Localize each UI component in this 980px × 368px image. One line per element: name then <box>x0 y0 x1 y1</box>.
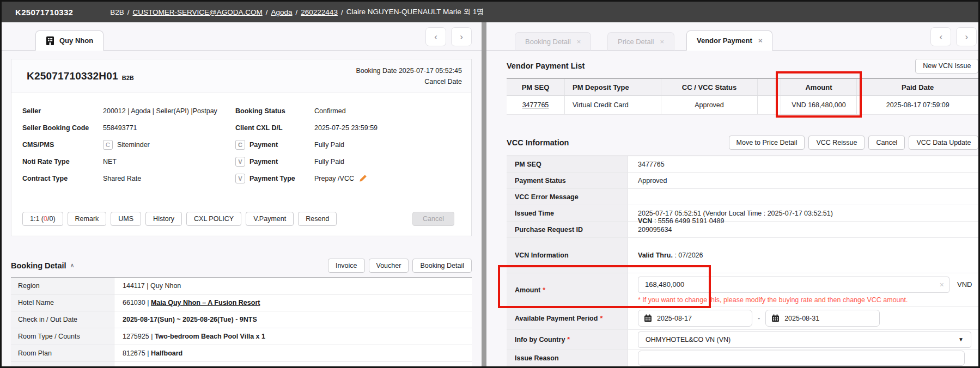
chevron-right-icon: › <box>460 32 463 42</box>
v-tag: V <box>235 157 245 167</box>
c-tag: C <box>235 140 245 150</box>
room-plan-value: Halfboard <box>151 349 182 357</box>
calendar-icon <box>644 314 652 322</box>
tab-booking-detail[interactable]: Booking Detail × <box>515 32 591 51</box>
left-tab-bar: Quy Nhon ‹ › <box>2 22 482 51</box>
booking-detail-table: Region 144117 | Quy Nhon Hotel Name 6610… <box>11 277 472 368</box>
cancel-booking-button: Cancel <box>412 212 454 226</box>
clear-amount-icon[interactable]: × <box>940 280 944 289</box>
chevron-right-icon: › <box>965 32 969 42</box>
payment-period-from-input[interactable]: 2025-08-17 <box>638 310 752 327</box>
table-row-region: Region 144117 | Quy Nhon <box>11 278 472 295</box>
vendor-payment-row: 3477765 Virtual Credit Card Approved VND… <box>507 96 978 114</box>
cxl-policy-button[interactable]: CXL POLICY <box>186 212 241 226</box>
tab-quy-nhon[interactable]: Quy Nhon <box>35 30 104 51</box>
breadcrumb-seller-link[interactable]: Agoda <box>271 8 293 16</box>
selected-country: OHMYHOTEL&CO VN (VN) <box>646 336 731 344</box>
vcc-data-update-button[interactable]: VCC Data Update <box>909 136 978 150</box>
right-tab-bar: Booking Detail × Price Detail × Vendor P… <box>486 22 980 51</box>
invoice-button[interactable]: Invoice <box>328 259 365 273</box>
range-separator: - <box>758 315 760 322</box>
vendor-payment-table: PM SEQ PM Deposit Type CC / VCC Status A… <box>507 78 978 114</box>
cms-pms-value: Siteminder <box>117 141 150 149</box>
ums-button[interactable]: UMS <box>111 212 141 226</box>
room-type-value: Two-bedroom Beach Pool Villa x 1 <box>155 333 265 340</box>
vcc-row-error-message: VCC Error Message <box>507 189 978 205</box>
vcc-information-title: VCC Information <box>507 138 569 147</box>
status-cell: Approved <box>661 96 758 114</box>
new-vcn-issue-button[interactable]: New VCN Issue <box>915 59 978 73</box>
vcc-row-available-payment-period: Available Payment Period* 2025-08-17 - 2… <box>507 307 978 330</box>
close-tab-icon[interactable]: × <box>758 36 763 45</box>
b2b-badge: B2B <box>122 75 134 81</box>
amount-warning-note: * If you want to change this, please mod… <box>638 296 908 304</box>
vcc-cancel-button[interactable]: Cancel <box>868 136 905 150</box>
history-button[interactable]: History <box>145 212 182 226</box>
tab-price-detail[interactable]: Price Detail × <box>607 32 674 51</box>
close-tab-icon[interactable]: × <box>577 38 581 46</box>
booking-detail-button[interactable]: Booking Detail <box>412 259 472 273</box>
vcc-row-pm-seq: PM SEQ 3477765 <box>507 156 978 173</box>
v-payment-button[interactable]: V.Payment <box>246 212 294 226</box>
issue-reason-input[interactable] <box>638 351 965 366</box>
move-to-price-detail-button[interactable]: Move to Price Detail <box>729 136 805 150</box>
payment-type-value: Prepay /VCC <box>314 175 354 182</box>
col-paid-date: Paid Date <box>857 79 978 95</box>
deposit-type-cell: Virtual Credit Card <box>565 96 661 114</box>
region-value: Quy Nhon <box>150 282 181 290</box>
field-client-cxl: Client CXL D/L 2025-07-25 23:59:59 <box>235 119 471 136</box>
vcc-payment-status-value: Approved <box>628 173 978 188</box>
amount-input[interactable] <box>638 277 949 293</box>
tab-vendor-payment[interactable]: Vendor Payment × <box>686 30 772 51</box>
close-tab-icon[interactable]: × <box>660 38 664 46</box>
paid-date-cell: 2025-08-17 07:59:09 <box>857 96 978 114</box>
breadcrumb-email-link[interactable]: CUSTOMER-SERVICE@AGODA.COM <box>133 8 263 16</box>
calendar-icon <box>771 314 780 322</box>
vcn-number: 5556 6499 5191 0489 <box>658 217 725 225</box>
col-cc-vcc-status: CC / VCC Status <box>661 79 758 95</box>
info-by-country-select[interactable]: OHMYHOTEL&CO VN (VN) ▼ <box>638 332 971 348</box>
table-row-checkin-out: Check in / Out Date 2025-08-17(Sun) ~ 20… <box>11 311 472 328</box>
v-payment-value: Fully Paid <box>314 158 344 165</box>
hotel-building-icon <box>46 36 54 45</box>
edit-payment-type-pencil-icon[interactable] <box>359 174 367 182</box>
v-tag: V <box>235 174 245 183</box>
table-row-room-type: Room Type / Counts 1275925 | Two-bedroom… <box>11 328 472 345</box>
right-next-button[interactable]: › <box>956 27 977 46</box>
right-prev-button[interactable]: ‹ <box>930 27 951 46</box>
vcc-row-info-by-country: Info by Country* OHMYHOTEL&CO VN (VN) ▼ <box>507 330 978 349</box>
field-seller-booking-code: Seller Booking Code 558493771 <box>22 119 235 136</box>
left-next-button[interactable]: › <box>451 27 472 46</box>
seller-value: 200012 | Agoda | Seller(API) |Postpay <box>103 107 217 115</box>
panel-divider[interactable] <box>482 22 486 368</box>
booking-id: K25071710332 <box>15 8 73 17</box>
remark-button[interactable]: Remark <box>68 212 107 226</box>
c-payment-value: Fully Paid <box>314 141 344 149</box>
vendor-payment-list-title: Vendor Payment List <box>507 62 585 70</box>
field-noti-rate-type: Noti Rate Type NET <box>22 153 235 170</box>
chevron-left-icon: ‹ <box>940 32 943 42</box>
resend-button[interactable]: Resend <box>298 212 337 226</box>
period-from-value: 2025-08-17 <box>657 315 692 322</box>
voucher-button[interactable]: Voucher <box>369 259 409 273</box>
booking-card: K25071710332H01 B2B Booking Date 2025-07… <box>11 59 472 236</box>
vcc-row-vcn-information: VCN Information VCN : 5556 6499 5191 048… <box>507 238 978 273</box>
vcc-reissue-button[interactable]: VCC Reissue <box>808 136 865 150</box>
dropdown-arrow-icon: ▼ <box>958 336 964 342</box>
valid-thru: 07/2026 <box>678 252 703 259</box>
vcc-row-payment-status: Payment Status Approved <box>507 173 978 189</box>
right-panel: Booking Detail × Price Detail × Vendor P… <box>486 22 980 368</box>
payment-period-to-input[interactable]: 2025-08-31 <box>765 310 880 327</box>
hotel-name-link[interactable]: Maia Quy Nhon – A Fusion Resort <box>151 299 260 306</box>
left-prev-button[interactable]: ‹ <box>425 27 446 46</box>
collapse-caret-icon[interactable]: ∧ <box>70 262 75 269</box>
vcc-row-issue-reason: Issue Reason <box>507 349 978 367</box>
breadcrumb-code-link[interactable]: 260222443 <box>301 8 338 16</box>
one-to-one-button[interactable]: 1:1 (0/0) <box>22 212 63 226</box>
checkin-out-value: 2025-08-17(Sun) ~ 2025-08-26(Tue) - 9NTS <box>123 316 257 323</box>
pm-seq-link[interactable]: 3477765 <box>522 101 549 109</box>
seller-booking-code-value: 558493771 <box>103 124 137 132</box>
field-v-payment: VPayment Fully Paid <box>235 153 471 170</box>
breadcrumb: B2B/CUSTOMER-SERVICE@AGODA.COM/Agoda/260… <box>110 7 484 17</box>
vcc-pm-seq-value: 3477765 <box>628 156 978 172</box>
